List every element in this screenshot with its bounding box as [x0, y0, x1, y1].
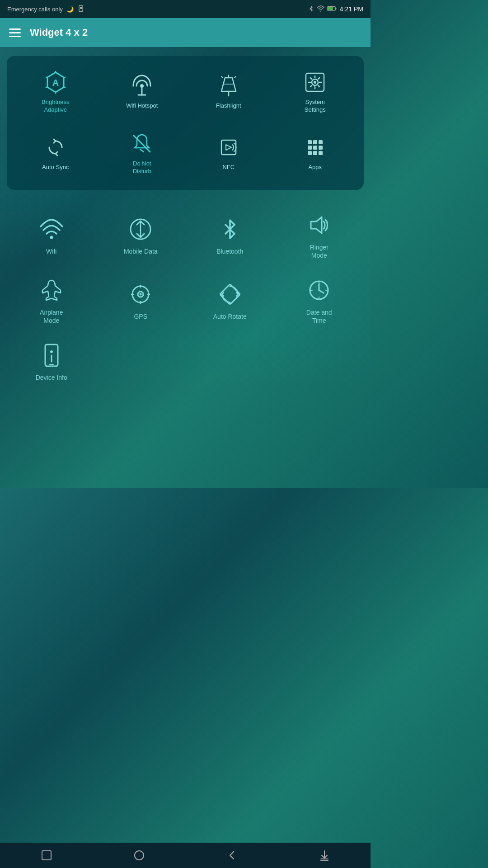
gps-icon	[128, 282, 153, 307]
svg-line-58	[319, 290, 324, 293]
mobile-data-icon	[128, 217, 153, 242]
svg-rect-42	[313, 151, 317, 155]
widget-system-settings[interactable]: SystemSettings	[274, 63, 357, 121]
shortcut-mobile-data[interactable]: Mobile Data	[96, 203, 186, 269]
status-bar: Emergency calls only 🌙 4:21 PM	[0, 0, 371, 18]
svg-text:A: A	[52, 78, 59, 88]
do-not-disturb-icon	[130, 132, 154, 156]
brightness-adaptive-label: BrightnessAdaptive	[42, 99, 69, 114]
svg-line-32	[140, 149, 144, 152]
sim-icon	[77, 5, 84, 14]
apps-icon	[303, 136, 327, 159]
scroll-area: A BrightnessAdaptive	[0, 56, 371, 427]
svg-rect-37	[319, 140, 323, 144]
svg-marker-47	[311, 217, 322, 233]
svg-point-23	[314, 81, 316, 84]
widget-brightness-adaptive[interactable]: A BrightnessAdaptive	[14, 63, 97, 121]
date-time-label: Date andTime	[306, 308, 332, 325]
widget-grid: A BrightnessAdaptive	[14, 63, 357, 183]
widget-flashlight[interactable]: Flashlight	[187, 63, 270, 121]
svg-line-29	[318, 85, 319, 87]
widget-nfc[interactable]: NFC	[187, 125, 270, 183]
ringer-mode-label: RingerMode	[310, 243, 328, 259]
airplane-mode-icon	[39, 278, 64, 303]
device-info-icon	[39, 343, 64, 368]
svg-rect-55	[220, 284, 240, 304]
device-info-label: Device Info	[36, 373, 67, 382]
bluetooth-shortcut-label: Bluetooth	[216, 247, 243, 255]
time-display: 4:21 PM	[340, 5, 363, 13]
svg-rect-4	[335, 7, 336, 9]
auto-rotate-icon	[217, 282, 243, 307]
nfc-label: NFC	[222, 164, 235, 171]
battery-status-icon	[327, 5, 337, 13]
svg-line-30	[318, 78, 319, 79]
widget-wifi-hotspot[interactable]: Wifi Hotspot	[101, 63, 184, 121]
brightness-adaptive-icon: A	[44, 71, 67, 94]
system-settings-label: SystemSettings	[305, 99, 326, 114]
gps-label: GPS	[134, 312, 147, 321]
svg-rect-1	[80, 7, 82, 9]
wifi-hotspot-icon	[130, 74, 154, 98]
status-bar-right: 4:21 PM	[308, 5, 363, 13]
wifi-shortcut-label: Wifi	[46, 247, 56, 255]
bluetooth-status-icon	[308, 5, 314, 13]
menu-button[interactable]	[9, 28, 21, 37]
wifi-status-icon	[317, 5, 324, 13]
moon-icon: 🌙	[66, 6, 74, 13]
system-settings-icon	[303, 71, 327, 94]
svg-rect-43	[319, 151, 323, 155]
date-time-icon	[306, 278, 332, 303]
shortcut-wifi[interactable]: Wifi	[7, 203, 96, 269]
svg-rect-5	[328, 7, 333, 10]
apps-label: Apps	[308, 164, 322, 171]
svg-rect-39	[313, 146, 317, 150]
svg-line-28	[310, 78, 312, 79]
svg-rect-36	[313, 140, 317, 144]
svg-rect-35	[308, 140, 312, 144]
shortcut-device-info[interactable]: Device Info	[7, 334, 96, 391]
emergency-calls-text: Emergency calls only	[7, 6, 63, 13]
mobile-data-label: Mobile Data	[124, 247, 158, 255]
svg-point-64	[50, 350, 53, 353]
wifi-hotspot-label: Wifi Hotspot	[126, 102, 158, 110]
widget-panel: A BrightnessAdaptive	[7, 56, 364, 190]
flashlight-label: Flashlight	[216, 102, 241, 110]
svg-line-18	[221, 76, 223, 78]
auto-sync-label: Auto Sync	[42, 164, 69, 171]
svg-rect-41	[308, 151, 312, 155]
app-bar: Widget 4 x 2	[0, 18, 371, 47]
app-bar-title: Widget 4 x 2	[30, 27, 88, 38]
svg-point-44	[50, 236, 53, 239]
widget-apps[interactable]: Apps	[274, 125, 357, 183]
nfc-icon	[217, 136, 240, 159]
shortcut-ringer-mode[interactable]: RingerMode	[275, 203, 364, 269]
airplane-mode-label: AirplaneMode	[40, 308, 63, 325]
shortcut-bluetooth[interactable]: Bluetooth	[185, 203, 275, 269]
shortcut-grid: Wifi Mobile Data Bluetooth	[0, 199, 371, 396]
svg-rect-38	[308, 146, 312, 150]
svg-line-31	[310, 85, 312, 87]
widget-do-not-disturb[interactable]: Do NotDisturb	[101, 125, 184, 183]
svg-point-50	[140, 293, 142, 296]
status-bar-left: Emergency calls only 🌙	[7, 5, 84, 14]
svg-rect-40	[319, 146, 323, 150]
bluetooth-shortcut-icon	[217, 217, 243, 242]
widget-auto-sync[interactable]: Auto Sync	[14, 125, 97, 183]
flashlight-icon	[217, 74, 240, 98]
svg-point-2	[320, 11, 321, 12]
ringer-mode-icon	[306, 212, 332, 238]
wifi-shortcut-icon	[39, 217, 64, 242]
shortcut-date-time[interactable]: Date andTime	[275, 269, 364, 334]
svg-line-33	[134, 136, 150, 152]
shortcut-auto-rotate[interactable]: Auto Rotate	[185, 269, 275, 334]
shortcut-airplane-mode[interactable]: AirplaneMode	[7, 269, 96, 334]
auto-rotate-label: Auto Rotate	[213, 312, 247, 321]
svg-line-19	[235, 76, 236, 78]
shortcut-gps[interactable]: GPS	[96, 269, 186, 334]
auto-sync-icon	[44, 136, 67, 159]
do-not-disturb-label: Do NotDisturb	[133, 160, 151, 175]
